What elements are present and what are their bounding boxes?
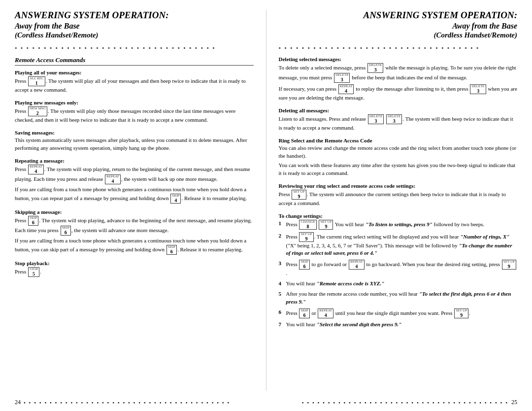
subsection-delete-all: Deleting all messages: Listen to all mes…: [279, 107, 518, 134]
list-item-7: 7 You will hear "Select the second digit…: [279, 321, 518, 329]
key-3-delete2: DELETE3: [334, 73, 350, 83]
subsection-change-settings: To change settings: 1 Press CHANGE8 SET …: [279, 213, 518, 332]
subsection-title-skipping: Skipping a message:: [15, 209, 254, 215]
key-4-plain: SKIP4: [170, 194, 181, 204]
key-4-or: REPEAT4: [318, 308, 333, 318]
left-title2: Away from the Base: [15, 21, 254, 31]
subsection-para-skipping1: Press SKIP6. The system will stop playin…: [15, 216, 254, 236]
key-3-delete3: DELETE3: [470, 84, 486, 94]
subsection-para-delete-selected2: If necessary, you can press REPEAT4 to r…: [279, 84, 518, 102]
column-divider: [266, 10, 266, 391]
key-4-repeat2: REPEAT4: [105, 174, 121, 184]
key-6-fwd: SKIP6: [299, 260, 309, 270]
key-9-final: SET UP9: [454, 308, 468, 318]
subsection-title-saving: Saving messages:: [15, 130, 254, 136]
right-title1: ANSWERING SYSTEM OPERATION:: [279, 10, 518, 21]
key-3-delete5: DELETE3: [386, 114, 402, 124]
list-item-5: 5 After you hear the remote access code …: [279, 290, 518, 306]
subsection-para-ring-select2: You can work with these features any tim…: [279, 162, 518, 177]
subsection-saving: Saving messages: This system automatical…: [15, 130, 254, 154]
left-title1: ANSWERING SYSTEM OPERATION:: [15, 10, 254, 21]
left-section-title: Remote Access Commands: [15, 56, 254, 66]
subsection-para-new-messages: Press NEW MSG2. The system will play onl…: [15, 106, 254, 124]
footer: 24 • • • • • • • • • • • • • • • • • • •…: [0, 396, 532, 411]
subsection-skipping: Skipping a message: Press SKIP6. The sys…: [15, 209, 254, 256]
key-4-repeat-r: REPEAT4: [338, 84, 354, 94]
subsection-delete-selected: Deleting selected messages: To delete on…: [279, 56, 518, 103]
key-9-setup: SET UP9: [292, 190, 306, 200]
right-header: ANSWERING SYSTEM OPERATION: Away from th…: [279, 10, 518, 39]
subsection-title-repeating: Repeating a message:: [15, 158, 254, 164]
key-1: ALL REC1: [28, 76, 45, 86]
subsection-repeating: Repeating a message: Press REPEAT4. The …: [15, 158, 254, 205]
key-2: NEW MSG2: [28, 106, 47, 116]
footer-right: • • • • • • • • • • • • • • • • • • • • …: [302, 399, 517, 406]
subsection-title-stop: Stop playback:: [15, 260, 254, 266]
left-column: ANSWERING SYSTEM OPERATION: Away from th…: [15, 10, 254, 391]
list-item-2: 2 Press SET UP9. The current ring select…: [279, 232, 518, 258]
key-4-repeat: REPEAT4: [28, 165, 44, 174]
key-4-bwd: REPEAT4: [349, 260, 365, 270]
subsection-para-skipping2: If you are calling from a touch tone pho…: [15, 237, 254, 255]
list-item-1: 1 Press CHANGE8 SET UP9 You will hear "T…: [279, 220, 518, 230]
subsection-title-ring-select: Ring Select and the Remote Access Code: [279, 137, 518, 143]
subsection-para-reviewing: Press SET UP9. The system will announce …: [279, 190, 518, 207]
subsection-para-saving: This system automatically saves messages…: [15, 137, 254, 152]
footer-left: 24 • • • • • • • • • • • • • • • • • • •…: [15, 399, 230, 406]
left-page-number: 24: [15, 399, 21, 406]
list-item-3: 3 Press SKIP6 to go forward or REPEAT4 t…: [279, 260, 518, 277]
change-settings-list: 1 Press CHANGE8 SET UP9 You will hear "T…: [279, 220, 518, 329]
left-title3: (Cordless Handset/Remote): [15, 31, 254, 39]
subsection-playing-all: Playing all of your messages: Press ALL …: [15, 69, 254, 96]
key-5-stop: STOP5: [28, 267, 39, 277]
key-9-setup2: SET UP9: [319, 220, 333, 230]
subsection-para-repeating1: Press REPEAT4. The system will stop play…: [15, 165, 254, 184]
key-3-delete: DELETE3: [367, 63, 383, 73]
subsection-reviewing: Reviewing your ring select and remote ac…: [279, 183, 518, 209]
right-column: ANSWERING SYSTEM OPERATION: Away from th…: [279, 10, 518, 391]
right-dots: • • • • • • • • • • • • • • • • • • • • …: [279, 44, 518, 52]
subsection-title-new-messages: Playing new messages only:: [15, 100, 254, 105]
right-title2: Away from the Base: [279, 21, 518, 31]
subsection-title-playing-all: Playing all of your messages:: [15, 69, 254, 75]
key-9-plain: SET UP9: [502, 260, 516, 270]
subsection-para-repeating2: If you are calling from a touch tone pho…: [15, 186, 254, 204]
footer-right-dots: • • • • • • • • • • • • • • • • • • • • …: [302, 400, 508, 406]
key-6-or: SKIP6: [299, 308, 309, 318]
subsection-title-reviewing: Reviewing your ring select and remote ac…: [279, 183, 518, 189]
left-header: ANSWERING SYSTEM OPERATION: Away from th…: [15, 10, 254, 39]
key-6-skip: SKIP6: [28, 216, 38, 226]
key-6-plain: SKIP6: [166, 245, 177, 255]
subsection-para-ring-select1: You can also review and change the remot…: [279, 144, 518, 160]
key-8-change: CHANGE8: [299, 220, 316, 230]
right-page-number: 25: [511, 399, 517, 406]
subsection-stop: Stop playback: Press STOP5.: [15, 260, 254, 278]
subsection-title-delete-selected: Deleting selected messages:: [279, 56, 518, 62]
subsection-ring-select: Ring Select and the Remote Access Code Y…: [279, 137, 518, 179]
key-3-delete4: DELETE3: [368, 114, 384, 124]
key-6-skip2: SKIP6: [61, 226, 71, 236]
subsection-new-messages: Playing new messages only: Press NEW MSG…: [15, 100, 254, 126]
left-dots: • • • • • • • • • • • • • • • • • • • • …: [15, 44, 254, 52]
list-item-4: 4 You will hear "Remote access code is X…: [279, 280, 518, 288]
subsection-para-delete-all: Listen to all messages. Press and releas…: [279, 114, 518, 132]
subsection-para-playing-all: Press ALL REC1. The system will play all…: [15, 76, 254, 94]
subsection-title-delete-all: Deleting all messages:: [279, 107, 518, 113]
list-item-6: 6 Press SKIP6 or REPEAT4 until you hear …: [279, 308, 518, 318]
right-title3: (Cordless Handset/Remote): [279, 31, 518, 39]
subsection-para-stop: Press STOP5.: [15, 267, 254, 277]
footer-left-dots: • • • • • • • • • • • • • • • • • • • • …: [24, 400, 230, 406]
key-9-setup3: SET UP9: [299, 232, 313, 242]
subsection-title-change-settings: To change settings:: [279, 213, 518, 219]
subsection-para-delete-selected1: To delete only a selected message, press…: [279, 63, 518, 83]
